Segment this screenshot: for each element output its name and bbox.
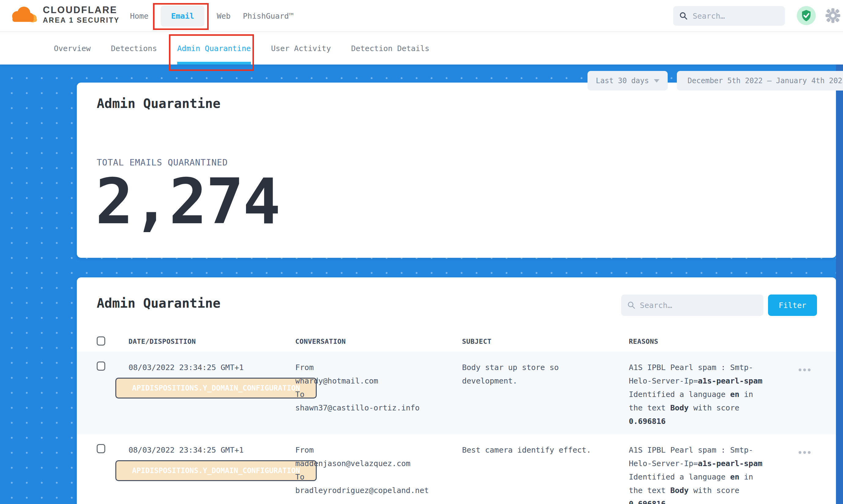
table-header-row: DATE/DISPOSITION CONVERSATION SUBJECT RE… [77, 334, 836, 352]
nav-item-email[interactable]: Email [161, 5, 205, 26]
column-header-reasons: REASONS [629, 338, 658, 345]
cell-date: 08/03/2022 23:34:25 GMT+1 [128, 361, 244, 374]
from-address[interactable]: whardy@hotmail.com [295, 376, 378, 385]
security-status-badge[interactable] [797, 6, 816, 25]
nav-item-phishguard[interactable]: PhishGuard™ [243, 12, 294, 20]
cell-conversation: From maddenjason@velazquez.com To bradle… [295, 444, 457, 497]
email-subnav: Overview Detections Admin Quarantine Use… [0, 32, 843, 65]
from-address[interactable]: maddenjason@velazquez.com [295, 459, 410, 468]
more-actions-icon[interactable] [798, 368, 811, 371]
table-search[interactable] [621, 294, 763, 316]
table-row: 08/03/2022 23:34:25 GMT+1 APIDISPOSITION… [77, 352, 836, 434]
row-checkbox[interactable] [97, 361, 105, 371]
cell-subject: Body star up store so development. [462, 361, 606, 388]
tab-detection-details[interactable]: Detection Details [351, 32, 429, 65]
tab-admin-quarantine[interactable]: Admin Quarantine [177, 32, 251, 65]
scrollbar[interactable] [836, 65, 843, 504]
column-header-subject: SUBJECT [462, 338, 491, 345]
cell-subject: Best camera identify effect. [462, 444, 606, 457]
column-header-conversation: CONVERSATION [295, 338, 346, 345]
search-icon [627, 301, 635, 310]
quarantine-table-card: Admin Quarantine Filter DATE/DISPOSITION… [77, 277, 836, 504]
to-address[interactable]: bradleyrodriguez@copeland.net [295, 486, 429, 495]
cell-reasons: A1S IPBL Pearl spam : Smtp- Helo-Server-… [629, 361, 788, 428]
cell-conversation: From whardy@hotmail.com To shawn37@casti… [295, 361, 457, 415]
top-header: CLOUDFLARE AREA 1 SECURITY Home Email We… [0, 0, 843, 32]
shield-check-icon [801, 10, 812, 22]
chevron-down-icon [654, 79, 660, 83]
brand-logo[interactable]: CLOUDFLARE AREA 1 SECURITY [9, 4, 120, 24]
cell-date: 08/03/2022 23:34:25 GMT+1 [128, 444, 244, 457]
table-row: 08/03/2022 23:34:25 GMT+1 APIDISPOSITION… [77, 434, 836, 504]
cloudflare-cloud-icon [9, 4, 38, 24]
row-checkbox[interactable] [97, 444, 105, 453]
summary-card-title: Admin Quarantine [97, 96, 221, 111]
filter-button[interactable]: Filter [768, 294, 817, 316]
brand-subtitle: AREA 1 SECURITY [43, 16, 120, 24]
metric-value: 2,274 [95, 165, 280, 238]
table-search-input[interactable] [640, 301, 757, 310]
nav-item-home[interactable]: Home [130, 12, 148, 20]
more-actions-icon[interactable] [798, 451, 811, 454]
select-all-checkbox[interactable] [97, 337, 105, 346]
table-card-title: Admin Quarantine [97, 296, 221, 311]
disposition-badge: APIDISPOSITIONS.Y_DOMAIN_CONFIGURATION [116, 378, 317, 398]
to-address[interactable]: shawn37@castillo-ortiz.info [295, 403, 420, 412]
cell-reasons: A1S IPBL Pearl spam : Smtp- Helo-Server-… [629, 444, 788, 504]
active-tab-indicator [177, 62, 251, 65]
settings-gear-icon[interactable] [824, 7, 841, 25]
tab-user-activity[interactable]: User Activity [271, 32, 331, 65]
column-header-date: DATE/DISPOSITION [128, 338, 196, 345]
main-content: Admin Quarantine TOTAL EMAILS QUARANTINE… [0, 65, 843, 504]
global-search[interactable] [673, 6, 785, 26]
global-search-input[interactable] [693, 12, 779, 20]
top-nav: Home Email Web PhishGuard™ [130, 0, 294, 32]
time-range-dropdown[interactable]: Last 30 days [587, 71, 668, 91]
nav-item-web[interactable]: Web [217, 12, 230, 20]
quarantine-summary-card: Admin Quarantine TOTAL EMAILS QUARANTINE… [77, 83, 836, 258]
disposition-badge: APIDISPOSITIONS.Y_DOMAIN_CONFIGURATION [116, 460, 317, 481]
tab-detections[interactable]: Detections [111, 32, 157, 65]
date-range-picker[interactable]: December 5th 2022 — January 4th 2023 [677, 71, 843, 91]
brand-name: CLOUDFLARE [43, 5, 120, 16]
search-icon [679, 11, 688, 21]
tab-overview[interactable]: Overview [54, 32, 91, 65]
